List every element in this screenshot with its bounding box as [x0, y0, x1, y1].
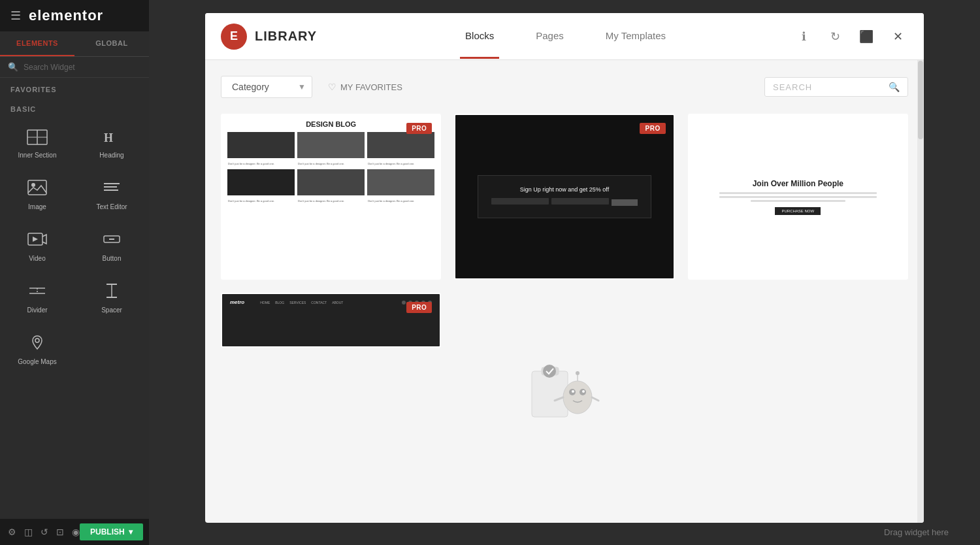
signup-field-1	[491, 198, 549, 205]
responsive-icon[interactable]: ⊡	[56, 527, 64, 537]
basic-label: BASIC	[0, 97, 149, 117]
divider-label: Divider	[27, 306, 47, 314]
modal-overlay: E LIBRARY Blocks Pages My Templates ℹ ↻	[149, 0, 980, 545]
history-icon[interactable]: ↺	[41, 527, 48, 537]
video-icon	[27, 230, 48, 251]
filter-bar: Category ▼ ♡ MY FAVORITES 🔍	[221, 76, 908, 98]
modal-tabs: Blocks Pages My Templates	[338, 14, 793, 59]
template-card-join-over[interactable]: Join Over Million People PURCHASE NOW	[688, 114, 908, 280]
blog-grid-top-text: Don't just be a designer. Be a good one.…	[227, 161, 434, 165]
widget-text[interactable]: Text Editor	[74, 169, 149, 220]
svg-point-27	[572, 390, 574, 393]
join-line-3	[751, 200, 845, 202]
templates-grid: PRO DESIGN BLOG Don't	[221, 114, 908, 348]
tab-elements[interactable]: ELEMENTS	[0, 31, 74, 56]
info-button[interactable]: ℹ	[793, 26, 814, 47]
signup-row	[491, 198, 638, 207]
image-label: Image	[28, 203, 46, 210]
heart-icon: ♡	[328, 82, 336, 92]
library-modal: E LIBRARY Blocks Pages My Templates ℹ ↻	[205, 13, 924, 523]
button-label: Button	[103, 255, 122, 262]
close-icon: ✕	[893, 29, 903, 44]
signup-btn-sim	[612, 199, 638, 206]
maps-icon	[27, 333, 48, 354]
preview-icon[interactable]: ◉	[72, 527, 80, 537]
blog-img-1	[227, 132, 295, 158]
tab-my-templates[interactable]: My Templates	[600, 14, 671, 59]
metro-link-services: SERVICES	[289, 301, 306, 305]
social-dot-1	[402, 301, 406, 305]
widget-spacer[interactable]: Spacer	[74, 272, 149, 323]
widget-video[interactable]: Video	[0, 220, 74, 272]
blog-grid-bottom-text: Don't just be a designer. Be a good one.…	[227, 198, 434, 203]
svg-point-23	[543, 365, 556, 378]
main-area: Drag widget here E LIBRARY Blocks Pages …	[149, 0, 980, 545]
template-card-metro[interactable]: PRO metro HOME BLOG SERVICES CONTACT	[221, 293, 441, 348]
maps-label: Google Maps	[18, 358, 56, 365]
template-preview-signup: PRO Sign Up right now and get 25% off	[455, 115, 673, 278]
widget-image[interactable]: Image	[0, 169, 74, 220]
template-search-box: 🔍	[764, 77, 908, 97]
svg-text:H: H	[104, 131, 113, 144]
publish-button[interactable]: PUBLISH ▾	[80, 523, 143, 540]
blog-grid-top	[227, 132, 434, 158]
join-button-sim: PURCHASE NOW	[775, 207, 821, 215]
template-card-design-blog[interactable]: PRO DESIGN BLOG Don't	[221, 114, 441, 280]
modal-header-actions: ℹ ↻ ⬛ ✕	[793, 26, 908, 47]
blog-img-4	[227, 169, 295, 195]
widget-button[interactable]: Button	[74, 220, 149, 272]
search-icon: 🔍	[889, 82, 900, 92]
search-input[interactable]	[24, 63, 141, 72]
blog-preview: DESIGN BLOG Don't just be a designer. Be…	[222, 115, 440, 278]
blog-grid-bottom	[227, 169, 434, 195]
signup-title-sim: Sign Up right now and get 25% off	[491, 186, 638, 193]
tab-global[interactable]: GLOBAL	[74, 31, 149, 56]
signup-box-sim: Sign Up right now and get 25% off	[478, 175, 652, 218]
bottom-bar: ⚙ ◫ ↺ ⊡ ◉ PUBLISH ▾	[0, 519, 149, 545]
category-select: Category ▼	[221, 76, 312, 98]
settings-icon[interactable]: ⚙	[8, 527, 16, 537]
library-logo-icon: E	[221, 24, 247, 50]
elementor-logo: elementor	[29, 7, 103, 24]
heading-label: Heading	[99, 152, 123, 159]
inner-section-label: Inner Section	[18, 152, 57, 159]
signup-field-2	[551, 198, 609, 205]
sidebar-tabs: ELEMENTS GLOBAL	[0, 31, 149, 57]
pro-badge: PRO	[406, 302, 432, 313]
widget-divider[interactable]: Divider	[0, 272, 74, 323]
favorites-button[interactable]: ♡ MY FAVORITES	[328, 82, 402, 92]
spacer-icon	[101, 282, 122, 303]
widget-google-maps[interactable]: Google Maps	[0, 323, 74, 375]
tab-pages[interactable]: Pages	[531, 14, 569, 59]
widget-inner-section[interactable]: Inner Section	[0, 120, 74, 169]
pro-badge: PRO	[640, 123, 665, 134]
widget-heading[interactable]: H Heading	[74, 120, 149, 169]
blog-img-3	[367, 132, 434, 158]
svg-rect-21	[532, 371, 568, 417]
layers-icon[interactable]: ◫	[24, 527, 33, 537]
close-button[interactable]: ✕	[887, 26, 908, 47]
metro-link-home: HOME	[260, 301, 270, 305]
template-preview-join: Join Over Million People PURCHASE NOW	[689, 115, 907, 278]
metro-link-about: ABOUT	[332, 301, 343, 305]
modal-scrollbar[interactable]	[917, 60, 924, 523]
modal-body[interactable]: Category ▼ ♡ MY FAVORITES 🔍	[205, 60, 924, 523]
sidebar-header: ☰ elementor	[0, 0, 149, 31]
video-label: Video	[29, 255, 45, 262]
sidebar: ☰ elementor ELEMENTS GLOBAL 🔍 FAVORITES …	[0, 0, 149, 545]
join-line-2	[719, 196, 877, 198]
save-button[interactable]: ⬛	[856, 26, 877, 47]
hamburger-icon[interactable]: ☰	[10, 8, 21, 23]
image-icon	[27, 178, 48, 199]
library-logo: E LIBRARY	[221, 24, 317, 50]
template-search-input[interactable]	[773, 82, 889, 92]
blog-title-sim: DESIGN BLOG	[227, 120, 434, 128]
scrollbar-thumb[interactable]	[918, 61, 923, 139]
sync-button[interactable]: ↻	[825, 26, 845, 47]
join-lines	[719, 192, 877, 202]
tab-blocks[interactable]: Blocks	[460, 14, 499, 59]
template-card-signup[interactable]: PRO Sign Up right now and get 25% off	[454, 114, 674, 280]
text-label: Text Editor	[96, 203, 127, 210]
category-dropdown[interactable]: Category	[221, 76, 312, 98]
bottom-icons: ⚙ ◫ ↺ ⊡ ◉	[8, 527, 80, 537]
